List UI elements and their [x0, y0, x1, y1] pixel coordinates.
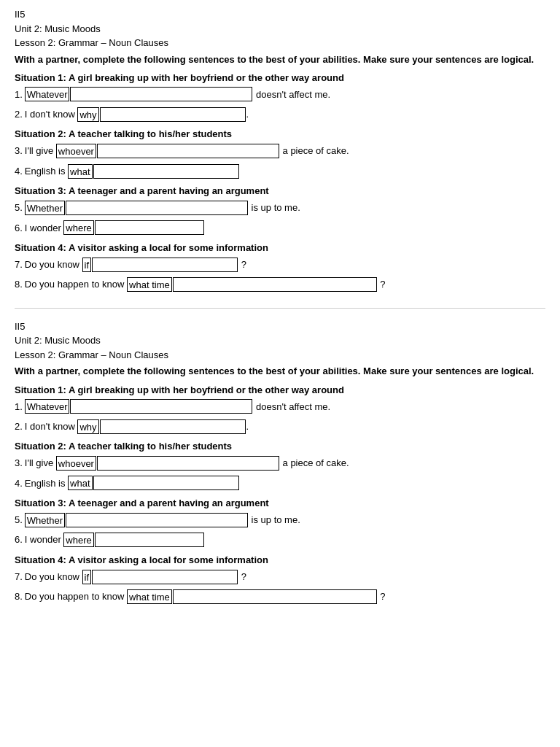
situation-2-title-2: Situation 2: A teacher talking to his/he…: [15, 441, 545, 452]
suffix-8-2: ?: [378, 588, 386, 605]
sentence-2-1: 2. I don't know why .: [15, 106, 545, 123]
situation-4-title-1: Situation 4: A visitor asking a local fo…: [15, 242, 545, 253]
prefix-7-2: Do you know: [25, 568, 82, 585]
fill-2-2[interactable]: [100, 419, 246, 434]
fill-7-1[interactable]: [92, 258, 238, 272]
num-2-1: 2.: [15, 106, 23, 123]
num-3-2: 3.: [15, 454, 23, 471]
worksheet-2: II5 Unit 2: Music Moods Lesson 2: Gramma…: [15, 320, 545, 605]
sentence-4-2: 4. English is what: [15, 475, 545, 492]
word-whattime-2: what time: [127, 589, 172, 604]
sentence-3-2: 3. I'll give whoever a piece of cake.: [15, 454, 545, 471]
suffix-1-2: doesn't affect me.: [253, 398, 330, 415]
worksheet-lesson-2: Lesson 2: Grammar – Noun Clauses: [15, 348, 545, 363]
num-5-2: 5.: [15, 511, 23, 528]
instructions-2: With a partner, complete the following s…: [15, 365, 545, 378]
sentence-1-1: 1. Whatever doesn't affect me.: [15, 86, 545, 103]
word-whether-1: Whether: [25, 201, 65, 215]
sentence-5-1: 5. Whether is up to me.: [15, 199, 545, 216]
sentence-1-2: 1. Whatever doesn't affect me.: [15, 398, 545, 415]
fill-3-1[interactable]: [97, 144, 279, 158]
fill-1-2[interactable]: [70, 399, 252, 414]
fill-4-1[interactable]: [93, 164, 239, 179]
sentence-7-2: 7. Do you know if ?: [15, 568, 545, 585]
fill-8-1[interactable]: [173, 277, 377, 292]
worksheet-id-1: II5: [15, 7, 545, 22]
fill-4-2[interactable]: [93, 476, 239, 490]
prefix-2-1: I don't know: [25, 106, 78, 123]
fill-1-1[interactable]: [70, 87, 252, 101]
num-8-1: 8.: [15, 276, 23, 293]
word-why-2: why: [77, 419, 98, 434]
word-what-1: what: [68, 164, 92, 179]
sentence-6-1: 6. I wonder where: [15, 220, 545, 236]
word-why-1: why: [77, 107, 98, 122]
prefix-4-2: English is: [25, 475, 68, 492]
sentence-3-1: 3. I'll give whoever a piece of cake.: [15, 142, 545, 159]
situation-4-title-2: Situation 4: A visitor asking a local fo…: [15, 554, 545, 565]
word-whattime-1: what time: [127, 277, 172, 292]
word-if-1: if: [82, 258, 92, 272]
fill-3-2[interactable]: [97, 456, 279, 471]
suffix-7-1: ?: [238, 256, 246, 273]
worksheet-unit-1: Unit 2: Music Moods: [15, 22, 545, 36]
num-7-1: 7.: [15, 256, 23, 273]
word-what-2: what: [68, 476, 92, 490]
worksheet-lesson-1: Lesson 2: Grammar – Noun Clauses: [15, 36, 545, 50]
word-whatever-2: Whatever: [25, 399, 70, 414]
sentence-5-2: 5. Whether is up to me.: [15, 511, 545, 528]
prefix-3-2: I'll give: [25, 454, 56, 471]
num-6-1: 6.: [15, 220, 23, 236]
prefix-8-1: Do you happen to know: [25, 276, 127, 293]
suffix-5-2: is up to me.: [249, 511, 300, 528]
word-where-2: where: [63, 533, 93, 547]
num-2-2: 2.: [15, 418, 23, 435]
suffix-8-1: ?: [378, 276, 386, 293]
prefix-6-1: I wonder: [25, 220, 63, 236]
fill-6-1[interactable]: [95, 220, 204, 235]
worksheet-id-2: II5: [15, 320, 545, 334]
instructions-1: With a partner, complete the following s…: [15, 53, 545, 66]
num-1-2: 1.: [15, 398, 23, 415]
prefix-8-2: Do you happen to know: [25, 588, 127, 605]
suffix-5-1: is up to me.: [249, 199, 300, 216]
prefix-4-1: English is: [25, 163, 68, 179]
suffix-7-2: ?: [238, 568, 246, 585]
situation-3-title-2: Situation 3: A teenager and a parent hav…: [15, 498, 545, 508]
sentence-6-2: 6. I wonder where: [15, 531, 545, 548]
situation-1-title-2: Situation 1: A girl breaking up with her…: [15, 384, 545, 395]
sentence-7-1: 7. Do you know if ?: [15, 256, 545, 273]
num-4-1: 4.: [15, 163, 23, 179]
fill-7-2[interactable]: [92, 570, 238, 584]
worksheet-1: II5 Unit 2: Music Moods Lesson 2: Gramma…: [15, 7, 545, 293]
suffix-3-2: a piece of cake.: [280, 454, 349, 471]
situation-2-title-1: Situation 2: A teacher talking to his/he…: [15, 128, 545, 139]
suffix-3-1: a piece of cake.: [280, 142, 349, 159]
worksheet-unit-2: Unit 2: Music Moods: [15, 333, 545, 348]
fill-5-2[interactable]: [66, 513, 248, 527]
sentence-2-2: 2. I don't know why .: [15, 418, 545, 435]
word-whether-2: Whether: [25, 513, 65, 527]
num-7-2: 7.: [15, 568, 23, 585]
num-3-1: 3.: [15, 142, 23, 159]
fill-2-1[interactable]: [100, 107, 246, 122]
num-6-2: 6.: [15, 531, 23, 548]
fill-8-2[interactable]: [173, 589, 377, 604]
fill-5-1[interactable]: [66, 201, 248, 215]
suffix-2-2: .: [246, 418, 249, 435]
section-divider: [15, 308, 545, 309]
suffix-1-1: doesn't affect me.: [253, 86, 330, 103]
prefix-6-2: I wonder: [25, 531, 63, 548]
word-where-1: where: [63, 220, 93, 235]
prefix-7-1: Do you know: [25, 256, 82, 273]
sentence-4-1: 4. English is what: [15, 163, 545, 179]
suffix-2-1: .: [246, 106, 249, 123]
prefix-3-1: I'll give: [25, 142, 56, 159]
prefix-2-2: I don't know: [25, 418, 78, 435]
fill-6-2[interactable]: [95, 533, 204, 547]
sentence-8-2: 8. Do you happen to know what time ?: [15, 588, 545, 605]
word-whoever-1: whoever: [56, 144, 96, 158]
sentence-8-1: 8. Do you happen to know what time ?: [15, 276, 545, 293]
situation-3-title-1: Situation 3: A teenager and a parent hav…: [15, 185, 545, 196]
word-if-2: if: [82, 570, 92, 584]
